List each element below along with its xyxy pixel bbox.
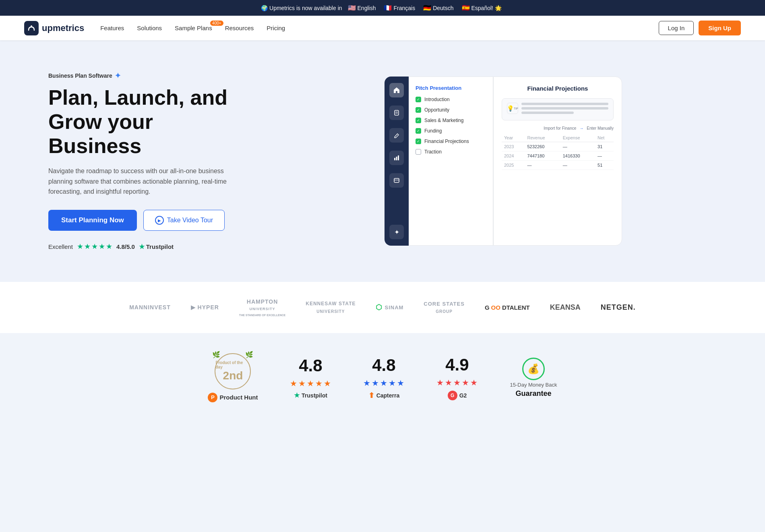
g2-stars: ★ ★ ★ ★ ★ [436,378,478,387]
col-expense: Expense [560,134,595,142]
trustpilot-stars: ★ ★ ★ ★ ★ [290,379,331,388]
sidebar-icon-doc[interactable] [389,106,404,120]
financial-table: Year Revenue Expense Net 2023 5232260 — … [502,134,614,170]
hero-badge: Business Plan Software ✦ [48,71,121,80]
capterra-stars: ★ ★ ★ ★ ★ [363,378,404,388]
check-intro: ✓ [416,97,421,102]
leaf-right-icon: 🌿 [245,351,253,358]
sidebar-icon-edit[interactable] [389,128,404,143]
tip-lines [521,103,608,116]
tip-icon: 💡TIP [507,103,518,114]
announcement-bar: 🌍 Upmetrics is now available in 🇺🇸 Engli… [0,0,765,16]
pitch-item-5: Traction [416,149,486,155]
check-traction [416,149,421,155]
brand-manninvest: MANNINVEST [129,304,171,311]
svg-rect-1 [395,110,399,115]
svg-rect-7 [394,178,399,182]
import-label: Import for Finance [544,126,576,130]
pitch-title: Pitch Presentation [416,85,486,91]
nav-features[interactable]: Features [100,25,124,31]
start-planning-button[interactable]: Start Planning Now [48,210,137,231]
tip-box: 💡TIP [502,98,614,120]
svg-rect-6 [398,155,399,160]
tp-s3: ★ [307,379,314,388]
star-1: ★ [77,242,83,251]
col-year: Year [502,134,525,142]
trustpilot-logo: ★ Trustpilot [139,243,174,250]
brands-section: MANNINVEST ▶ HYPER HAMPTON UNIVERSITY TH… [0,282,765,333]
check-financial: ✓ [416,139,421,144]
nav-sample-plans[interactable]: Sample Plans 400+ [175,25,212,31]
svg-point-0 [31,25,32,27]
col-net: Net [595,134,614,142]
nav-resources[interactable]: Resources [225,25,254,31]
capterra-icon: ⬆ [368,391,374,400]
ph-label: Product of the day [215,360,250,369]
lang-english[interactable]: 🇺🇸 English [348,4,376,12]
nav-actions: Log In Sign Up [659,21,741,35]
nav-solutions[interactable]: Solutions [137,25,162,31]
tp-star-icon: ★ [139,243,145,250]
brand-hyper: ▶ HYPER [191,304,219,311]
brand-hampton: HAMPTON UNIVERSITY THE STANDARD OF EXCEL… [239,298,285,317]
mockup-sidebar: ✦ [385,77,409,246]
g2-s5: ★ [470,378,478,387]
ph-badge: Product of the day 2nd 🌿 🌿 [215,353,251,389]
sidebar-icon-home[interactable] [389,83,404,97]
rating-stars: ★ ★ ★ ★ ★ [77,242,112,251]
lang-spanish[interactable]: 🇪🇸 Español! 🌟 [462,4,502,12]
logo-text: upmetrics [42,23,84,33]
check-sales: ✓ [416,118,421,123]
lang-german[interactable]: 🇩🇪 Deutsch [423,4,453,12]
login-button[interactable]: Log In [659,21,694,35]
trustpilot-platform: ★ Trustpilot [294,391,327,399]
navbar: upmetrics Features Solutions Sample Plan… [0,16,765,40]
logo-link[interactable]: upmetrics [24,21,84,35]
pitch-item-0: ✓ Introduction [416,97,486,102]
g2-score: 4.9 [445,355,469,375]
announcement-text: 🌍 Upmetrics is now available in [261,5,342,11]
ca-s5: ★ [397,378,404,388]
brand-keansa: Keansa [550,303,581,312]
rating-label: Excellent [48,243,73,250]
table-row: 2025 — — 51 [502,161,614,170]
enter-label: Enter Manually [587,126,614,130]
sparkle-icon: ✦ [115,71,121,80]
video-tour-button[interactable]: ▶ Take Video Tour [143,210,225,231]
rating-money-back: 💰 15-Day Money Back Guarantee [510,358,557,398]
pitch-item-3: ✓ Funding [416,128,486,134]
ratings-section: Product of the day 2nd 🌿 🌿 P Product Hun… [0,333,765,422]
brand-kennesaw: KENNESAW STATE UNIVERSITY [306,301,356,314]
flag-us: 🇺🇸 [348,4,356,12]
svg-rect-4 [394,158,395,160]
money-back-icon: 💰 [522,358,545,380]
star-3: ★ [91,242,98,251]
brand-corestates: CORE STATES Group [424,301,465,315]
money-back-guarantee: Guarantee [515,389,551,398]
tp-s5: ★ [324,379,331,388]
capterra-platform: ⬆ Capterra [368,391,400,400]
ca-s4: ★ [389,378,396,388]
ca-s1: ★ [363,378,370,388]
arrow-icon: → [579,126,583,130]
sidebar-icon-finance[interactable] [389,173,404,188]
hero-buttons: Start Planning Now ▶ Take Video Tour [48,210,242,231]
brand-sinam: ⬡ SINAM [376,303,403,312]
rating-trustpilot: 4.8 ★ ★ ★ ★ ★ ★ Trustpilot [290,356,331,399]
signup-button[interactable]: Sign Up [699,21,741,35]
star-5: ★ [106,242,112,251]
sidebar-icon-sparkle[interactable]: ✦ [389,225,404,239]
financial-title: Financial Projections [502,85,614,92]
tp-s2: ★ [298,379,306,388]
flag-fr: 🇫🇷 [384,4,392,12]
check-opportunity: ✓ [416,107,421,113]
g2-s1: ★ [436,378,444,387]
ca-s2: ★ [372,378,379,388]
nav-pricing[interactable]: Pricing [267,25,285,31]
hero-content: Business Plan Software ✦ Plan, Launch, a… [48,71,242,251]
sidebar-icon-chart[interactable] [389,151,404,165]
pitch-item-2: ✓ Sales & Marketing [416,118,486,123]
g2-s2: ★ [445,378,452,387]
ca-s3: ★ [380,378,387,388]
lang-french[interactable]: 🇫🇷 Français [384,4,415,12]
